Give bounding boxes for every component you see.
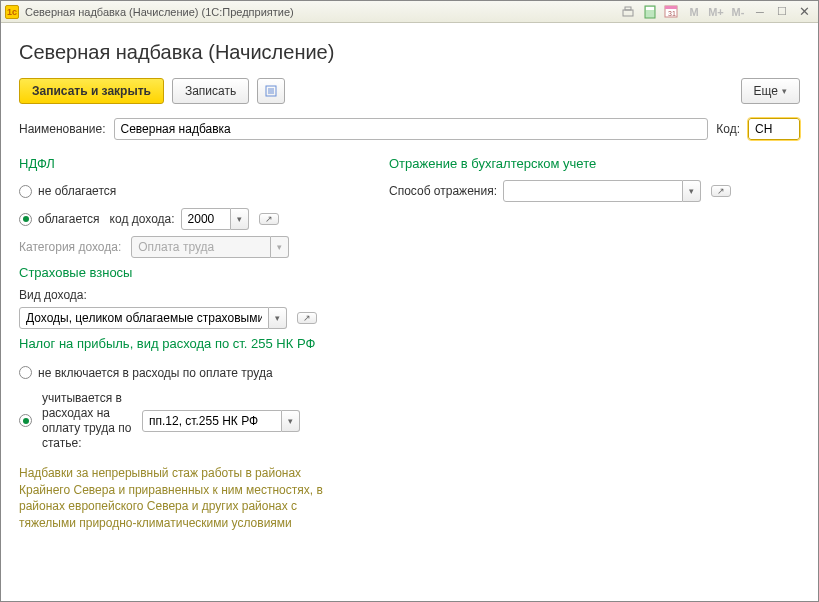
income-type-label: Вид дохода: — [19, 288, 349, 302]
ndfl-section-title: НДФЛ — [19, 156, 349, 171]
svg-rect-5 — [665, 6, 677, 9]
ndfl-taxed-option[interactable]: облагается код дохода: ▾ ↗ — [19, 207, 349, 231]
window-title: Северная надбавка (Начисление) (1С:Предп… — [25, 6, 618, 18]
insurance-section-title: Страховые взносы — [19, 265, 349, 280]
radio-checked-icon — [19, 213, 32, 226]
calendar-icon[interactable]: 31 — [662, 3, 682, 21]
more-label: Еще — [754, 84, 778, 98]
income-code-input[interactable] — [181, 208, 231, 230]
profit-included-label: учитывается в расходах на оплату труда п… — [42, 391, 132, 451]
list-icon-button[interactable] — [257, 78, 285, 104]
profit-included-option[interactable]: учитывается в расходах на оплату труда п… — [19, 391, 349, 451]
profit-not-included-label: не включается в расходы по оплате труда — [38, 366, 273, 380]
svg-rect-3 — [646, 7, 654, 10]
accounting-section-title: Отражение в бухгалтерском учете — [389, 156, 800, 171]
profit-article-combo[interactable]: ▾ — [142, 410, 300, 432]
profit-article-input[interactable] — [142, 410, 282, 432]
income-code-label: код дохода: — [110, 212, 175, 226]
accounting-method-input[interactable] — [503, 180, 683, 202]
m-minus-button[interactable]: M- — [728, 3, 748, 21]
dropdown-icon[interactable]: ▾ — [282, 410, 300, 432]
m-plus-button[interactable]: M+ — [706, 3, 726, 21]
dropdown-icon[interactable]: ▾ — [269, 307, 287, 329]
save-button[interactable]: Записать — [172, 78, 249, 104]
ndfl-not-taxed-option[interactable]: не облагается — [19, 179, 349, 203]
svg-text:31: 31 — [668, 10, 676, 17]
close-button[interactable]: ✕ — [794, 3, 814, 21]
radio-icon — [19, 185, 32, 198]
name-label: Наименование: — [19, 122, 106, 136]
print-icon[interactable] — [618, 3, 638, 21]
open-external-icon[interactable]: ↗ — [297, 312, 317, 324]
code-label: Код: — [716, 122, 740, 136]
app-logo-icon: 1c — [5, 5, 19, 19]
footnote-text: Надбавки за непрерывный стаж работы в ра… — [19, 465, 339, 532]
dropdown-icon[interactable]: ▾ — [683, 180, 701, 202]
income-category-label: Категория дохода: — [19, 240, 121, 254]
name-input[interactable] — [114, 118, 709, 140]
calculator-icon[interactable] — [640, 3, 660, 21]
dropdown-icon[interactable]: ▾ — [231, 208, 249, 230]
income-type-input[interactable] — [19, 307, 269, 329]
window-titlebar: 1c Северная надбавка (Начисление) (1С:Пр… — [1, 1, 818, 23]
minimize-button[interactable]: ─ — [750, 3, 770, 21]
svg-rect-0 — [623, 10, 633, 16]
open-external-icon[interactable]: ↗ — [259, 213, 279, 225]
income-type-combo[interactable]: ▾ — [19, 307, 287, 329]
profit-tax-section-title: Налог на прибыль, вид расхода по ст. 255… — [19, 336, 349, 353]
accounting-method-combo[interactable]: ▾ — [503, 180, 701, 202]
svg-rect-1 — [625, 7, 631, 10]
ndfl-taxed-label: облагается — [38, 212, 100, 226]
radio-checked-icon — [19, 414, 32, 427]
save-and-close-button[interactable]: Записать и закрыть — [19, 78, 164, 104]
more-button[interactable]: Еще ▾ — [741, 78, 800, 104]
dropdown-icon: ▾ — [271, 236, 289, 258]
radio-icon — [19, 366, 32, 379]
accounting-method-label: Способ отражения: — [389, 184, 497, 198]
ndfl-not-taxed-label: не облагается — [38, 184, 116, 198]
profit-not-included-option[interactable]: не включается в расходы по оплате труда — [19, 361, 349, 385]
income-category-combo: ▾ — [131, 236, 289, 258]
maximize-button[interactable]: ☐ — [772, 3, 792, 21]
form-title: Северная надбавка (Начисление) — [19, 41, 800, 64]
toolbar: Записать и закрыть Записать Еще ▾ — [19, 78, 800, 104]
income-code-combo[interactable]: ▾ — [181, 208, 249, 230]
m-button[interactable]: M — [684, 3, 704, 21]
code-input[interactable] — [748, 118, 800, 140]
chevron-down-icon: ▾ — [782, 86, 787, 96]
income-category-input — [131, 236, 271, 258]
list-icon — [264, 84, 278, 98]
open-external-icon[interactable]: ↗ — [711, 185, 731, 197]
